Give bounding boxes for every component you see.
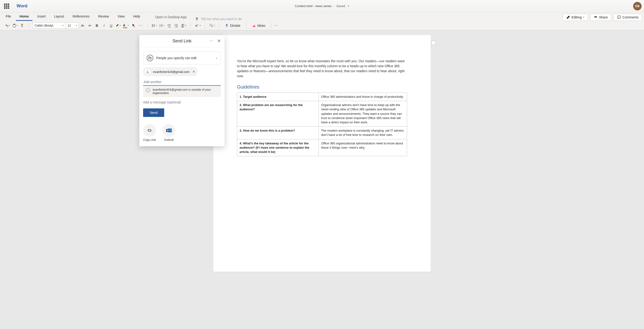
svg-rect-1 <box>14 24 15 25</box>
page[interactable]: You're the Microsoft expert here, so let… <box>213 35 431 272</box>
tab-help[interactable]: Help <box>129 12 144 21</box>
copy-link-button[interactable]: Copy Link <box>143 124 156 142</box>
editing-mode-button[interactable]: Editing ▾ <box>563 14 588 21</box>
indent-icon <box>174 24 178 27</box>
more-font-button[interactable]: ⋯ <box>137 22 144 29</box>
brief-table[interactable]: 1. Target audience Office 365 administra… <box>237 92 407 156</box>
outlook-icon: O <box>162 124 175 137</box>
pencil-icon <box>566 15 570 19</box>
bold-button[interactable]: B <box>94 22 100 29</box>
svg-point-12 <box>150 57 152 58</box>
intro-paragraph[interactable]: You're the Microsoft expert here, so let… <box>237 59 407 79</box>
tab-file[interactable]: File <box>2 12 15 21</box>
font-size-value: 11 <box>68 24 71 27</box>
table-question[interactable]: 1. Target audience <box>237 93 319 101</box>
info-icon: i <box>146 88 150 92</box>
dictate-label: Dictate <box>230 24 240 27</box>
search-icon <box>210 24 213 27</box>
svg-rect-10 <box>226 24 227 26</box>
remove-recipient-icon[interactable]: ✕ <box>192 70 195 74</box>
shrink-font-button[interactable]: A▾ <box>86 22 93 29</box>
table-row: 3. How do we know this is a problem? The… <box>237 127 407 139</box>
person-icon <box>144 68 151 75</box>
svg-point-11 <box>148 56 150 58</box>
paste-button[interactable]: ▾ <box>11 22 18 29</box>
add-recipient-input[interactable] <box>143 79 221 86</box>
permission-text: People you specify can edit <box>156 56 213 60</box>
comments-button[interactable]: Comments <box>614 14 642 21</box>
increase-indent-button[interactable] <box>173 22 180 29</box>
table-question[interactable]: 4. What's the key takeaway of the articl… <box>237 139 319 156</box>
clipboard-icon <box>12 24 16 27</box>
copy-link-icon <box>143 124 156 137</box>
styles-icon: A <box>195 23 199 28</box>
link-settings-button[interactable]: People you specify can edit › <box>143 52 221 64</box>
numbering-button[interactable]: 123▾ <box>158 22 166 29</box>
recipient-email: evanfisher424@gmail.com <box>153 70 190 74</box>
open-in-desktop[interactable]: Open in Desktop App <box>152 13 190 21</box>
close-icon[interactable]: ✕ <box>217 38 221 43</box>
avatar[interactable]: EB <box>633 2 642 10</box>
save-status: Saved <box>336 4 345 8</box>
guidelines-heading[interactable]: Guidelines <box>237 84 407 90</box>
table-row: 4. What's the key takeaway of the articl… <box>237 139 407 156</box>
find-button[interactable]: ▾ <box>208 22 216 29</box>
info-text: evanfisher424@gmail.com is outside of yo… <box>152 88 218 95</box>
numbering-icon: 123 <box>159 24 163 27</box>
collab-cursor-indicator <box>431 41 436 45</box>
message-input[interactable] <box>143 100 221 104</box>
table-answer[interactable]: Office 365 administrators and those in c… <box>319 93 407 101</box>
more-ribbon-button[interactable]: ⋯ <box>273 22 279 29</box>
dictate-button[interactable]: Dictate <box>222 22 243 29</box>
underline-button[interactable]: U <box>108 22 114 29</box>
document-canvas[interactable]: You're the Microsoft expert here, so let… <box>0 30 644 329</box>
font-size-select[interactable]: 11 ▾ <box>66 22 79 29</box>
recipient-chip[interactable]: evanfisher424@gmail.com ✕ <box>143 67 198 76</box>
outlook-button[interactable]: O Outlook <box>162 124 175 142</box>
table-question[interactable]: 2. What problem are we researching for t… <box>237 101 319 127</box>
bullets-button[interactable]: ▾ <box>151 22 158 29</box>
tab-home[interactable]: Home <box>16 12 33 21</box>
dialog-title: Send Link <box>172 38 192 43</box>
tab-view[interactable]: View <box>114 12 128 21</box>
italic-button[interactable]: I <box>101 22 107 29</box>
styles-button[interactable]: A▾ <box>194 22 202 29</box>
tab-references[interactable]: References <box>69 12 94 21</box>
font-family-select[interactable]: Calibri (Body) ▾ <box>32 22 66 29</box>
share-button[interactable]: Share <box>590 14 611 21</box>
font-color-button[interactable]: A▾ <box>122 22 130 29</box>
send-button[interactable]: Send <box>143 108 164 117</box>
document-title-bar[interactable]: Content brief - news series - Saved ▾ <box>295 4 349 8</box>
copy-link-label: Copy Link <box>143 138 156 142</box>
tab-insert[interactable]: Insert <box>34 12 49 21</box>
tab-review[interactable]: Review <box>94 12 113 21</box>
share-label: Share <box>599 15 608 19</box>
table-answer[interactable]: Office 365 organizational administrators… <box>319 139 407 156</box>
outdent-icon <box>167 24 171 27</box>
align-button[interactable]: ▾ <box>180 22 187 29</box>
table-answer[interactable]: Organizational admins don't have time to… <box>319 101 407 127</box>
ideas-button[interactable]: Ideas <box>250 22 268 29</box>
table-question[interactable]: 3. How do we know this is a problem? <box>237 127 319 139</box>
document-title: Content brief - news series <box>295 4 332 8</box>
more-options-icon[interactable]: ⋯ <box>210 38 214 43</box>
svg-point-3 <box>152 25 153 26</box>
table-answer[interactable]: The modern workplace is constantly chang… <box>319 127 407 139</box>
tab-layout[interactable]: Layout <box>50 12 68 21</box>
highlight-button[interactable]: ▾ <box>115 22 122 29</box>
clear-formatting-button[interactable] <box>130 22 137 29</box>
grow-font-button[interactable]: A▴ <box>79 22 86 29</box>
undo-icon <box>5 24 8 27</box>
bullets-icon <box>152 24 156 27</box>
decrease-indent-button[interactable] <box>166 22 172 29</box>
brand-word: Word <box>16 3 28 8</box>
comment-icon <box>617 15 621 19</box>
share-icon <box>594 15 598 19</box>
clear-format-icon <box>132 24 135 27</box>
tell-me-search[interactable]: Tell me what you want to do <box>191 17 246 21</box>
undo-button[interactable]: ▾ <box>4 22 11 29</box>
editing-label: Editing <box>572 15 582 19</box>
app-launcher-icon[interactable] <box>2 2 11 10</box>
chevron-down-icon[interactable]: ▾ <box>348 5 349 7</box>
format-painter-button[interactable] <box>19 22 26 29</box>
